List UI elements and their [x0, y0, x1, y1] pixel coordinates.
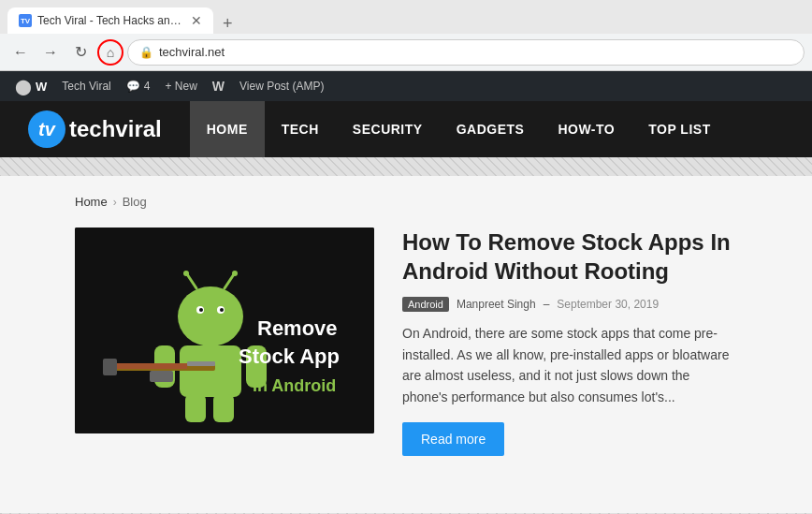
nav-item-tech[interactable]: TECH — [265, 101, 336, 157]
tab-title: Tech Viral - Tech Hacks and Tuto... — [37, 14, 181, 27]
tab-close-button[interactable]: ✕ — [191, 13, 202, 28]
refresh-button[interactable]: ↻ — [67, 39, 94, 66]
nav-item-tech-label: TECH — [282, 122, 319, 137]
logo-text: techviral — [69, 116, 162, 142]
wp-new-label: + New — [165, 80, 196, 93]
svg-rect-18 — [150, 371, 173, 382]
lock-icon: 🔒 — [139, 46, 153, 59]
home-button[interactable]: ⌂ — [97, 39, 123, 66]
nav-item-security-label: SECURITY — [353, 122, 423, 137]
wp-comments-count: 4 — [144, 80, 151, 93]
tab-bar: TV Tech Viral - Tech Hacks and Tuto... ✕… — [0, 0, 812, 34]
svg-text:Remove: Remove — [257, 316, 338, 340]
nav-item-security[interactable]: SECURITY — [336, 101, 440, 157]
site-nav: HOME TECH SECURITY GADGETS HOW-TO TOP LI… — [190, 101, 728, 157]
logo-text-bold: viral — [115, 116, 161, 141]
article-card: Remove Stock App In Android How To Remov… — [75, 228, 737, 456]
article-date: September 30, 2019 — [557, 298, 659, 311]
nav-bar: ← → ↻ ⌂ 🔒 techviral.net — [0, 34, 812, 71]
wp-view-post-label: View Post (AMP) — [239, 80, 324, 93]
svg-rect-19 — [187, 361, 215, 366]
wp-woo-item[interactable]: W — [205, 71, 232, 101]
nav-item-top-list-label: TOP LIST — [648, 122, 711, 137]
article-title: How To Remove Stock Apps In Android With… — [402, 228, 737, 286]
nav-item-home[interactable]: HOME — [190, 101, 265, 157]
nav-item-gadgets[interactable]: GADGETS — [440, 101, 542, 157]
wp-comments-icon: 💬 — [126, 80, 140, 93]
logo-icon: tv — [28, 110, 65, 148]
wp-woo-icon: W — [212, 79, 225, 94]
svg-point-5 — [220, 308, 224, 312]
svg-text:Stock App: Stock App — [239, 345, 340, 368]
nav-item-home-label: HOME — [207, 122, 248, 137]
breadcrumb-current: Blog — [123, 195, 147, 209]
svg-point-4 — [199, 308, 203, 312]
article-thumbnail: Remove Stock App In Android — [75, 228, 374, 433]
article-meta-separator: – — [544, 298, 550, 311]
svg-point-8 — [183, 271, 189, 276]
wp-logo-label: W — [36, 80, 47, 94]
address-bar[interactable]: 🔒 techviral.net — [127, 39, 805, 66]
breadcrumb: Home › Blog — [75, 195, 737, 209]
article-author: Manpreet Singh — [457, 298, 536, 311]
svg-rect-14 — [213, 394, 234, 422]
site-header: tv techviral HOME TECH SECURITY GADGETS … — [0, 101, 812, 157]
android-tag[interactable]: Android — [402, 297, 449, 312]
nav-item-how-to-label: HOW-TO — [558, 122, 615, 137]
svg-rect-16 — [112, 363, 187, 369]
svg-rect-13 — [185, 394, 206, 422]
article-body: How To Remove Stock Apps In Android With… — [402, 228, 737, 456]
active-tab[interactable]: TV Tech Viral - Tech Hacks and Tuto... ✕ — [7, 7, 213, 34]
page-content: Home › Blog — [0, 176, 812, 513]
svg-rect-10 — [180, 345, 241, 397]
nav-item-gadgets-label: GADGETS — [457, 122, 525, 137]
svg-point-9 — [232, 271, 238, 276]
breadcrumb-separator: › — [113, 196, 117, 209]
wp-view-post-item[interactable]: View Post (AMP) — [232, 71, 331, 101]
wp-site-name-label: Tech Viral — [62, 80, 110, 93]
back-button[interactable]: ← — [7, 39, 34, 66]
nav-item-how-to[interactable]: HOW-TO — [541, 101, 631, 157]
svg-point-1 — [178, 286, 243, 346]
read-more-button[interactable]: Read more — [402, 422, 504, 456]
site-logo[interactable]: tv techviral — [0, 110, 190, 148]
breadcrumb-home-link[interactable]: Home — [75, 195, 108, 209]
browser-chrome: TV Tech Viral - Tech Hacks and Tuto... ✕… — [0, 0, 812, 71]
nav-item-top-list[interactable]: TOP LIST — [631, 101, 728, 157]
wp-logo-icon: ⬤ — [15, 78, 32, 95]
wp-admin-bar: ⬤ W Tech Viral 💬 4 + New W View Post (AM… — [0, 71, 812, 101]
address-text: techviral.net — [159, 45, 225, 59]
wp-new-item[interactable]: + New — [157, 71, 204, 101]
tab-favicon: TV — [19, 14, 32, 27]
svg-text:In Android: In Android — [253, 376, 336, 395]
article-meta: Android Manpreet Singh – September 30, 2… — [402, 297, 737, 312]
wp-site-name-item[interactable]: Tech Viral — [54, 71, 118, 101]
article-excerpt: On Android, there are some stock apps th… — [402, 323, 737, 407]
logo-text-plain: tech — [69, 116, 115, 141]
svg-rect-17 — [103, 359, 117, 375]
forward-button[interactable]: → — [37, 39, 64, 66]
wp-logo-item[interactable]: ⬤ W — [7, 71, 54, 101]
wp-comments-item[interactable]: 💬 4 — [119, 71, 158, 101]
new-tab-button[interactable]: + — [217, 14, 239, 34]
